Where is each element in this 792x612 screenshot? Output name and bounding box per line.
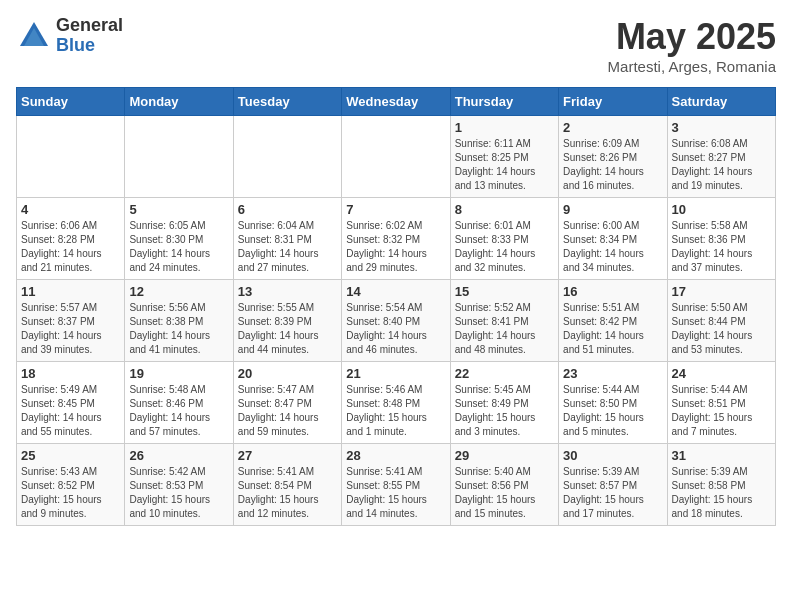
day-info: Sunrise: 5:55 AM Sunset: 8:39 PM Dayligh… <box>238 301 337 357</box>
calendar-cell: 11Sunrise: 5:57 AM Sunset: 8:37 PM Dayli… <box>17 280 125 362</box>
header-tuesday: Tuesday <box>233 88 341 116</box>
header-friday: Friday <box>559 88 667 116</box>
calendar-body: 1Sunrise: 6:11 AM Sunset: 8:25 PM Daylig… <box>17 116 776 526</box>
logo: General Blue <box>16 16 123 56</box>
subtitle: Martesti, Arges, Romania <box>608 58 776 75</box>
day-number: 28 <box>346 448 445 463</box>
calendar-cell <box>17 116 125 198</box>
day-number: 12 <box>129 284 228 299</box>
day-number: 11 <box>21 284 120 299</box>
logo-text: General Blue <box>56 16 123 56</box>
calendar-week-2: 4Sunrise: 6:06 AM Sunset: 8:28 PM Daylig… <box>17 198 776 280</box>
calendar-cell: 4Sunrise: 6:06 AM Sunset: 8:28 PM Daylig… <box>17 198 125 280</box>
day-info: Sunrise: 5:44 AM Sunset: 8:51 PM Dayligh… <box>672 383 771 439</box>
day-number: 22 <box>455 366 554 381</box>
calendar-cell: 13Sunrise: 5:55 AM Sunset: 8:39 PM Dayli… <box>233 280 341 362</box>
day-info: Sunrise: 5:41 AM Sunset: 8:55 PM Dayligh… <box>346 465 445 521</box>
day-info: Sunrise: 5:40 AM Sunset: 8:56 PM Dayligh… <box>455 465 554 521</box>
day-number: 25 <box>21 448 120 463</box>
day-info: Sunrise: 5:52 AM Sunset: 8:41 PM Dayligh… <box>455 301 554 357</box>
day-info: Sunrise: 6:09 AM Sunset: 8:26 PM Dayligh… <box>563 137 662 193</box>
day-info: Sunrise: 5:43 AM Sunset: 8:52 PM Dayligh… <box>21 465 120 521</box>
day-number: 15 <box>455 284 554 299</box>
calendar-cell: 29Sunrise: 5:40 AM Sunset: 8:56 PM Dayli… <box>450 444 558 526</box>
calendar-cell: 27Sunrise: 5:41 AM Sunset: 8:54 PM Dayli… <box>233 444 341 526</box>
day-number: 24 <box>672 366 771 381</box>
logo-blue: Blue <box>56 36 123 56</box>
logo-icon <box>16 18 52 54</box>
day-number: 17 <box>672 284 771 299</box>
day-number: 4 <box>21 202 120 217</box>
day-info: Sunrise: 6:06 AM Sunset: 8:28 PM Dayligh… <box>21 219 120 275</box>
month-title: May 2025 <box>608 16 776 58</box>
calendar-cell: 9Sunrise: 6:00 AM Sunset: 8:34 PM Daylig… <box>559 198 667 280</box>
calendar-cell: 26Sunrise: 5:42 AM Sunset: 8:53 PM Dayli… <box>125 444 233 526</box>
calendar-cell: 19Sunrise: 5:48 AM Sunset: 8:46 PM Dayli… <box>125 362 233 444</box>
title-block: May 2025 Martesti, Arges, Romania <box>608 16 776 75</box>
calendar-cell: 22Sunrise: 5:45 AM Sunset: 8:49 PM Dayli… <box>450 362 558 444</box>
day-number: 1 <box>455 120 554 135</box>
day-info: Sunrise: 6:00 AM Sunset: 8:34 PM Dayligh… <box>563 219 662 275</box>
calendar-week-3: 11Sunrise: 5:57 AM Sunset: 8:37 PM Dayli… <box>17 280 776 362</box>
day-info: Sunrise: 6:05 AM Sunset: 8:30 PM Dayligh… <box>129 219 228 275</box>
calendar-cell: 14Sunrise: 5:54 AM Sunset: 8:40 PM Dayli… <box>342 280 450 362</box>
page-header: General Blue May 2025 Martesti, Arges, R… <box>16 16 776 75</box>
day-number: 2 <box>563 120 662 135</box>
calendar-cell: 8Sunrise: 6:01 AM Sunset: 8:33 PM Daylig… <box>450 198 558 280</box>
calendar-cell: 10Sunrise: 5:58 AM Sunset: 8:36 PM Dayli… <box>667 198 775 280</box>
logo-general: General <box>56 16 123 36</box>
day-info: Sunrise: 5:58 AM Sunset: 8:36 PM Dayligh… <box>672 219 771 275</box>
day-number: 30 <box>563 448 662 463</box>
calendar-cell: 1Sunrise: 6:11 AM Sunset: 8:25 PM Daylig… <box>450 116 558 198</box>
day-number: 26 <box>129 448 228 463</box>
day-info: Sunrise: 5:49 AM Sunset: 8:45 PM Dayligh… <box>21 383 120 439</box>
calendar-cell: 30Sunrise: 5:39 AM Sunset: 8:57 PM Dayli… <box>559 444 667 526</box>
header-sunday: Sunday <box>17 88 125 116</box>
calendar-cell: 28Sunrise: 5:41 AM Sunset: 8:55 PM Dayli… <box>342 444 450 526</box>
day-number: 16 <box>563 284 662 299</box>
calendar-cell: 6Sunrise: 6:04 AM Sunset: 8:31 PM Daylig… <box>233 198 341 280</box>
calendar-cell: 31Sunrise: 5:39 AM Sunset: 8:58 PM Dayli… <box>667 444 775 526</box>
calendar-cell: 17Sunrise: 5:50 AM Sunset: 8:44 PM Dayli… <box>667 280 775 362</box>
day-info: Sunrise: 5:39 AM Sunset: 8:57 PM Dayligh… <box>563 465 662 521</box>
header-wednesday: Wednesday <box>342 88 450 116</box>
day-info: Sunrise: 5:45 AM Sunset: 8:49 PM Dayligh… <box>455 383 554 439</box>
day-number: 31 <box>672 448 771 463</box>
day-number: 18 <box>21 366 120 381</box>
day-number: 23 <box>563 366 662 381</box>
calendar-cell: 15Sunrise: 5:52 AM Sunset: 8:41 PM Dayli… <box>450 280 558 362</box>
day-number: 19 <box>129 366 228 381</box>
calendar-cell <box>342 116 450 198</box>
day-number: 9 <box>563 202 662 217</box>
calendar-cell: 16Sunrise: 5:51 AM Sunset: 8:42 PM Dayli… <box>559 280 667 362</box>
calendar-cell: 7Sunrise: 6:02 AM Sunset: 8:32 PM Daylig… <box>342 198 450 280</box>
day-info: Sunrise: 5:48 AM Sunset: 8:46 PM Dayligh… <box>129 383 228 439</box>
day-info: Sunrise: 5:41 AM Sunset: 8:54 PM Dayligh… <box>238 465 337 521</box>
day-info: Sunrise: 5:47 AM Sunset: 8:47 PM Dayligh… <box>238 383 337 439</box>
day-number: 10 <box>672 202 771 217</box>
calendar-cell: 5Sunrise: 6:05 AM Sunset: 8:30 PM Daylig… <box>125 198 233 280</box>
header-monday: Monday <box>125 88 233 116</box>
day-number: 13 <box>238 284 337 299</box>
day-number: 5 <box>129 202 228 217</box>
day-number: 21 <box>346 366 445 381</box>
calendar-header: Sunday Monday Tuesday Wednesday Thursday… <box>17 88 776 116</box>
calendar-cell: 2Sunrise: 6:09 AM Sunset: 8:26 PM Daylig… <box>559 116 667 198</box>
day-info: Sunrise: 5:44 AM Sunset: 8:50 PM Dayligh… <box>563 383 662 439</box>
calendar-cell: 23Sunrise: 5:44 AM Sunset: 8:50 PM Dayli… <box>559 362 667 444</box>
calendar-cell: 20Sunrise: 5:47 AM Sunset: 8:47 PM Dayli… <box>233 362 341 444</box>
calendar-cell: 3Sunrise: 6:08 AM Sunset: 8:27 PM Daylig… <box>667 116 775 198</box>
day-info: Sunrise: 5:50 AM Sunset: 8:44 PM Dayligh… <box>672 301 771 357</box>
day-number: 29 <box>455 448 554 463</box>
day-info: Sunrise: 6:08 AM Sunset: 8:27 PM Dayligh… <box>672 137 771 193</box>
header-thursday: Thursday <box>450 88 558 116</box>
day-info: Sunrise: 6:04 AM Sunset: 8:31 PM Dayligh… <box>238 219 337 275</box>
calendar-cell: 25Sunrise: 5:43 AM Sunset: 8:52 PM Dayli… <box>17 444 125 526</box>
header-saturday: Saturday <box>667 88 775 116</box>
day-number: 14 <box>346 284 445 299</box>
day-info: Sunrise: 6:02 AM Sunset: 8:32 PM Dayligh… <box>346 219 445 275</box>
calendar-week-1: 1Sunrise: 6:11 AM Sunset: 8:25 PM Daylig… <box>17 116 776 198</box>
day-info: Sunrise: 5:57 AM Sunset: 8:37 PM Dayligh… <box>21 301 120 357</box>
day-info: Sunrise: 5:39 AM Sunset: 8:58 PM Dayligh… <box>672 465 771 521</box>
calendar-cell: 18Sunrise: 5:49 AM Sunset: 8:45 PM Dayli… <box>17 362 125 444</box>
